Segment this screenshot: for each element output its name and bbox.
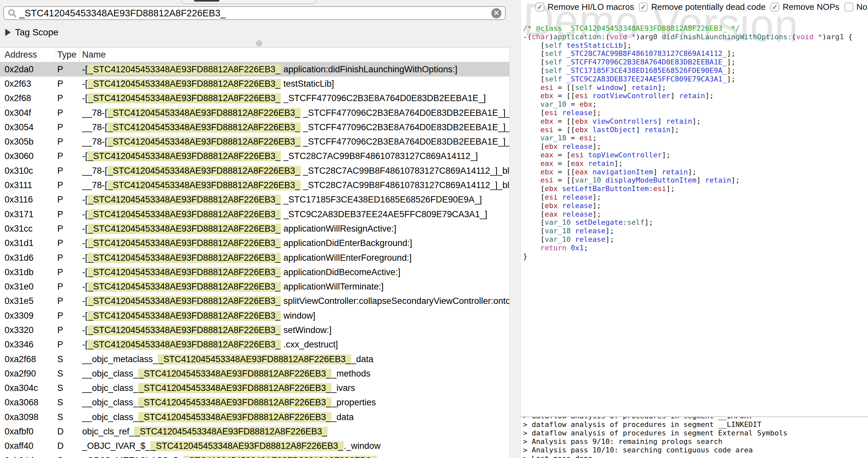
option-label: Remove NOPs: [782, 2, 839, 12]
symbol-name: __78-[_STC412045453348AE93FD88812A8F226E…: [80, 108, 509, 118]
symbol-address: 0xa3098: [0, 412, 55, 422]
search-match-highlight: _STC412045453348AE93FD88812A8F226EB3_: [88, 339, 281, 350]
symbol-type: P: [55, 180, 80, 190]
decompiler-option[interactable]: ✓Remove NOPs: [771, 2, 839, 12]
symbol-address: 0x2da0: [0, 64, 55, 74]
table-row[interactable]: 0x2f68P-[_STC412045453348AE93FD88812A8F2…: [0, 91, 509, 106]
code-line: ebx = [[esi rootViewController] retain];: [523, 92, 852, 100]
table-row[interactable]: 0x3309P-[_STC412045453348AE93FD88812A8F2…: [0, 308, 509, 323]
checkbox-icon[interactable]: ✓: [771, 3, 779, 11]
code-line: [self _STC28C7AC99B8F48610783127C869A141…: [523, 50, 852, 58]
table-row[interactable]: 0x31d1P-[_STC412045453348AE93FD88812A8F2…: [0, 236, 509, 251]
symbol-address: 0x304f: [0, 108, 55, 118]
search-match-highlight: _STC412045453348AE93FD88812A8F226EB3_: [88, 224, 281, 234]
table-row[interactable]: 0x31d6P-[_STC412045453348AE93FD88812A8F2…: [0, 251, 509, 265]
symbol-address: 0xa2f90: [0, 369, 55, 379]
table-row[interactable]: 0x31dbP-[_STC412045453348AE93FD88812A8F2…: [0, 265, 509, 280]
symbol-address: 0x31d6: [0, 253, 55, 263]
symbol-type: S: [55, 412, 80, 422]
checkbox-icon[interactable]: [844, 3, 853, 11]
table-row[interactable]: 0x3060P-[_STC412045453348AE93FD88812A8F2…: [0, 149, 509, 164]
search-match-highlight: _STC412045453348AE93FD88812A8F226EB3_: [107, 108, 301, 118]
log-line: > dataflow analysis of procedures in seg…: [523, 420, 868, 429]
symbol-address: 0x2f68: [0, 93, 55, 103]
column-header-address[interactable]: Address: [0, 47, 55, 62]
symbol-name: __objc_class__STC412045453348AE93FD88812…: [80, 383, 509, 393]
symbol-name: -[_STC412045453348AE93FD88812A8F226EB3_ …: [80, 267, 509, 277]
table-row[interactable]: 0x3054P__78-[_STC412045453348AE93FD88812…: [0, 120, 509, 134]
decompiler-options-bar: ✓Remove HI/LO macros✓Remove potentially …: [520, 0, 868, 12]
symbol-type: D: [55, 441, 80, 451]
search-field[interactable]: ✕: [3, 6, 506, 20]
symbol-name: -[_STC412045453348AE93FD88812A8F226EB3_ …: [80, 93, 509, 103]
table-row[interactable]: 0xa3098S__objc_class__STC412045453348AE9…: [0, 410, 509, 424]
search-match-highlight: _STC412045453348AE93FD88812A8F226EB3_: [134, 427, 328, 437]
tag-scope-disclosure[interactable]: Tag Scope: [5, 27, 58, 38]
search-match-highlight: _STC412045453348AE93FD88812A8F226EB3_: [88, 296, 281, 306]
code-line: [ebx release];: [523, 201, 852, 210]
search-input[interactable]: [19, 8, 491, 19]
table-row[interactable]: 0xa304cS__objc_class__STC412045453348AE9…: [0, 381, 509, 395]
table-row[interactable]: 0xb04dcS_OBJC_METACLASS_$__STC4120454533…: [0, 453, 509, 458]
table-row[interactable]: 0xa2f68S__objc_metaclass__STC41204545334…: [0, 352, 509, 366]
table-row[interactable]: 0x304fP__78-[_STC412045453348AE93FD88812…: [0, 106, 509, 120]
table-header: Address Type Name: [0, 47, 509, 62]
symbol-name: -[_STC412045453348AE93FD88812A8F226EB3_ …: [80, 195, 509, 205]
symbol-type: P: [55, 325, 80, 335]
search-match-highlight: _STC412045453348AE93FD88812A8F226EB3_: [88, 195, 281, 205]
splitter-handle[interactable]: [256, 40, 262, 46]
search-match-highlight: _STC412045453348AE93FD88812A8F226EB3_: [88, 64, 281, 74]
table-row[interactable]: 0x31ccP-[_STC412045453348AE93FD88812A8F2…: [0, 222, 509, 236]
symbol-name: -[_STC412045453348AE93FD88812A8F226EB3_ …: [80, 238, 509, 248]
table-row[interactable]: 0x2f63P-[_STC412045453348AE93FD88812A8F2…: [0, 76, 509, 91]
symbol-type: P: [55, 311, 80, 321]
symbol-address: 0x3054: [0, 122, 55, 132]
table-row[interactable]: 0x3320P-[_STC412045453348AE93FD88812A8F2…: [0, 323, 509, 337]
symbol-type: S: [55, 354, 80, 364]
code-line: [var_10 release];: [523, 235, 852, 244]
table-row[interactable]: 0x310cP__78-[_STC412045453348AE93FD88812…: [0, 164, 509, 178]
table-row[interactable]: 0x305bP__78-[_STC412045453348AE93FD88812…: [0, 134, 509, 149]
search-match-highlight: _STC412045453348AE93FD88812A8F226EB3_: [88, 79, 281, 89]
search-match-highlight: _STC412045453348AE93FD88812A8F226EB3_: [107, 180, 301, 190]
clear-search-icon[interactable]: ✕: [491, 8, 501, 18]
table-row[interactable]: 0x3111P__78-[_STC412045453348AE93FD88812…: [0, 178, 509, 192]
symbol-address: 0x31db: [0, 267, 55, 277]
symbol-type: P: [55, 282, 80, 292]
table-row[interactable]: 0x3116P-[_STC412045453348AE93FD88812A8F2…: [0, 193, 509, 207]
code-line: [self _STCFF477096C2B3E8A764D0E83DB2EEBA…: [523, 58, 852, 66]
column-header-name[interactable]: Name: [80, 47, 509, 62]
checkbox-icon[interactable]: ✓: [639, 3, 648, 11]
code-line: [var_10 setDelegate:self];: [523, 218, 852, 227]
table-row[interactable]: 0xa3068S__objc_class__STC412045453348AE9…: [0, 395, 509, 410]
code-line: [ebx release];: [523, 142, 852, 151]
table-row[interactable]: 0x3171P-[_STC412045453348AE93FD88812A8F2…: [0, 207, 509, 222]
symbol-type: P: [55, 296, 80, 306]
code-line: var_10 = ebx;: [523, 100, 852, 109]
search-match-highlight: _STC412045453348AE93FD88812A8F226EB3_: [88, 238, 281, 248]
decompiler-option[interactable]: No code e: [844, 2, 868, 12]
table-row[interactable]: 0x31e0P-[_STC412045453348AE93FD88812A8F2…: [0, 280, 509, 294]
checkbox-icon[interactable]: ✓: [535, 3, 544, 11]
table-row[interactable]: 0x31e5P-[_STC412045453348AE93FD88812A8F2…: [0, 294, 509, 308]
symbol-name: __78-[_STC412045453348AE93FD88812A8F226E…: [80, 122, 509, 132]
table-row[interactable]: 0xafbf0Dobjc_cls_ref__STC412045453348AE9…: [0, 424, 509, 439]
symbol-type: P: [55, 339, 80, 350]
table-row[interactable]: 0x3346P-[_STC412045453348AE93FD88812A8F2…: [0, 338, 509, 352]
table-row[interactable]: 0xa2f90S__objc_class__STC412045453348AE9…: [0, 366, 509, 381]
disclosure-triangle-icon: [5, 29, 11, 36]
column-header-type[interactable]: Type: [55, 47, 80, 62]
table-row[interactable]: 0x2da0P-[_STC412045453348AE93FD88812A8F2…: [0, 62, 509, 76]
code-line: [self testStaticLib];: [523, 41, 852, 50]
symbol-type: S: [55, 369, 80, 379]
search-match-highlight: _STC412045453348AE93FD88812A8F226EB3_: [183, 456, 377, 458]
table-row[interactable]: 0xaff40D_OBJC_IVAR_$__STC412045453348AE9…: [0, 439, 509, 453]
decompiler-option[interactable]: ✓Remove potentially dead code: [639, 2, 766, 12]
clipped-toolbar-fragment-dark: [194, 0, 219, 2]
symbol-type: P: [55, 224, 80, 234]
search-match-highlight: _STC412045453348AE93FD88812A8F226EB3_: [88, 325, 281, 335]
code-line: [esi release];: [523, 193, 852, 201]
log-line: > Analysis pass 9/10: remaining prologs …: [523, 437, 868, 446]
pseudocode-panel: Demo Version ✓Remove HI/LO macros✓Remove…: [520, 0, 868, 458]
decompiler-option[interactable]: ✓Remove HI/LO macros: [535, 2, 634, 12]
